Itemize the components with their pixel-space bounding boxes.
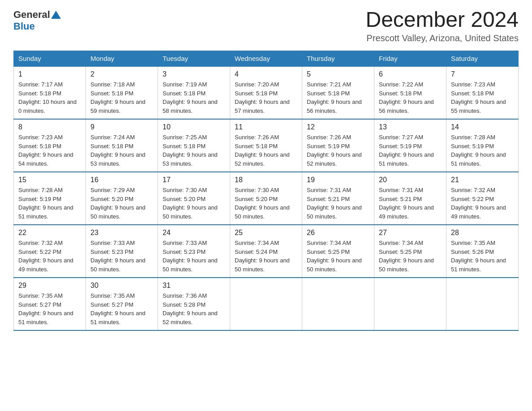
day-info: Sunrise: 7:35 AMSunset: 5:27 PMDaylight:… xyxy=(18,291,81,326)
day-info: Sunrise: 7:33 AMSunset: 5:23 PMDaylight:… xyxy=(90,239,153,274)
day-info: Sunrise: 7:21 AMSunset: 5:18 PMDaylight:… xyxy=(307,80,369,115)
day-info: Sunrise: 7:18 AMSunset: 5:18 PMDaylight:… xyxy=(90,80,153,115)
day-number: 11 xyxy=(235,123,297,131)
calendar-cell: 15Sunrise: 7:28 AMSunset: 5:19 PMDayligh… xyxy=(14,172,86,225)
day-number: 23 xyxy=(90,229,153,237)
calendar-cell: 31Sunrise: 7:36 AMSunset: 5:28 PMDayligh… xyxy=(158,278,230,330)
calendar-week-row: 22Sunrise: 7:32 AMSunset: 5:22 PMDayligh… xyxy=(14,225,519,278)
calendar-cell xyxy=(302,278,374,330)
day-info: Sunrise: 7:26 AMSunset: 5:19 PMDaylight:… xyxy=(307,133,369,168)
calendar-cell: 14Sunrise: 7:28 AMSunset: 5:19 PMDayligh… xyxy=(446,119,519,172)
logo: General Blue xyxy=(13,9,61,32)
day-info: Sunrise: 7:36 AMSunset: 5:28 PMDaylight:… xyxy=(163,291,225,326)
day-info: Sunrise: 7:17 AMSunset: 5:18 PMDaylight:… xyxy=(18,80,81,115)
weekday-header-monday: Monday xyxy=(86,51,158,67)
day-info: Sunrise: 7:35 AMSunset: 5:27 PMDaylight:… xyxy=(90,291,153,326)
calendar-cell: 30Sunrise: 7:35 AMSunset: 5:27 PMDayligh… xyxy=(86,278,158,330)
day-info: Sunrise: 7:34 AMSunset: 5:24 PMDaylight:… xyxy=(235,239,297,274)
calendar-cell xyxy=(230,278,302,330)
logo-blue-text: Blue xyxy=(13,21,35,32)
page-header: General Blue December 2024 Prescott Vall… xyxy=(13,9,519,43)
calendar-cell: 7Sunrise: 7:23 AMSunset: 5:18 PMDaylight… xyxy=(446,66,519,119)
day-info: Sunrise: 7:19 AMSunset: 5:18 PMDaylight:… xyxy=(163,80,225,115)
calendar-cell: 5Sunrise: 7:21 AMSunset: 5:18 PMDaylight… xyxy=(302,66,374,119)
day-number: 18 xyxy=(235,176,297,184)
day-number: 30 xyxy=(90,282,153,290)
calendar-table: SundayMondayTuesdayWednesdayThursdayFrid… xyxy=(13,51,519,331)
weekday-header-sunday: Sunday xyxy=(14,51,86,67)
day-info: Sunrise: 7:23 AMSunset: 5:18 PMDaylight:… xyxy=(18,133,81,168)
day-info: Sunrise: 7:26 AMSunset: 5:18 PMDaylight:… xyxy=(235,133,297,168)
calendar-week-row: 1Sunrise: 7:17 AMSunset: 5:18 PMDaylight… xyxy=(14,66,519,119)
day-info: Sunrise: 7:20 AMSunset: 5:18 PMDaylight:… xyxy=(235,80,297,115)
day-number: 27 xyxy=(379,229,442,237)
calendar-cell xyxy=(446,278,519,330)
calendar-cell: 24Sunrise: 7:33 AMSunset: 5:23 PMDayligh… xyxy=(158,225,230,278)
day-number: 10 xyxy=(163,123,225,131)
calendar-cell: 2Sunrise: 7:18 AMSunset: 5:18 PMDaylight… xyxy=(86,66,158,119)
day-number: 31 xyxy=(163,282,225,290)
calendar-cell: 27Sunrise: 7:34 AMSunset: 5:25 PMDayligh… xyxy=(374,225,446,278)
calendar-cell: 8Sunrise: 7:23 AMSunset: 5:18 PMDaylight… xyxy=(14,119,86,172)
day-info: Sunrise: 7:30 AMSunset: 5:20 PMDaylight:… xyxy=(235,186,297,221)
weekday-header-friday: Friday xyxy=(374,51,446,67)
day-info: Sunrise: 7:32 AMSunset: 5:22 PMDaylight:… xyxy=(451,186,514,221)
day-info: Sunrise: 7:33 AMSunset: 5:23 PMDaylight:… xyxy=(163,239,225,274)
calendar-cell: 10Sunrise: 7:25 AMSunset: 5:18 PMDayligh… xyxy=(158,119,230,172)
day-number: 13 xyxy=(379,123,442,131)
day-info: Sunrise: 7:28 AMSunset: 5:19 PMDaylight:… xyxy=(18,186,81,221)
day-info: Sunrise: 7:35 AMSunset: 5:26 PMDaylight:… xyxy=(451,239,514,274)
weekday-header-thursday: Thursday xyxy=(302,51,374,67)
day-number: 19 xyxy=(307,176,369,184)
calendar-cell xyxy=(374,278,446,330)
calendar-cell: 11Sunrise: 7:26 AMSunset: 5:18 PMDayligh… xyxy=(230,119,302,172)
calendar-cell: 25Sunrise: 7:34 AMSunset: 5:24 PMDayligh… xyxy=(230,225,302,278)
day-number: 2 xyxy=(90,70,153,78)
calendar-cell: 16Sunrise: 7:29 AMSunset: 5:20 PMDayligh… xyxy=(86,172,158,225)
day-info: Sunrise: 7:31 AMSunset: 5:21 PMDaylight:… xyxy=(307,186,369,221)
calendar-cell: 9Sunrise: 7:24 AMSunset: 5:18 PMDaylight… xyxy=(86,119,158,172)
day-number: 24 xyxy=(163,229,225,237)
day-number: 29 xyxy=(18,282,81,290)
calendar-cell: 21Sunrise: 7:32 AMSunset: 5:22 PMDayligh… xyxy=(446,172,519,225)
day-info: Sunrise: 7:32 AMSunset: 5:22 PMDaylight:… xyxy=(18,239,81,274)
calendar-cell: 18Sunrise: 7:30 AMSunset: 5:20 PMDayligh… xyxy=(230,172,302,225)
logo-wordmark: General Blue xyxy=(13,9,61,32)
day-info: Sunrise: 7:23 AMSunset: 5:18 PMDaylight:… xyxy=(451,80,514,115)
day-number: 1 xyxy=(18,70,81,78)
day-number: 7 xyxy=(451,70,514,78)
day-number: 15 xyxy=(18,176,81,184)
calendar-cell: 6Sunrise: 7:22 AMSunset: 5:18 PMDaylight… xyxy=(374,66,446,119)
day-number: 21 xyxy=(451,176,514,184)
calendar-cell: 13Sunrise: 7:27 AMSunset: 5:19 PMDayligh… xyxy=(374,119,446,172)
day-number: 5 xyxy=(307,70,369,78)
day-number: 28 xyxy=(451,229,514,237)
title-section: December 2024 Prescott Valley, Arizona, … xyxy=(365,9,519,43)
logo-triangle-icon xyxy=(51,10,61,20)
day-number: 12 xyxy=(307,123,369,131)
day-info: Sunrise: 7:28 AMSunset: 5:19 PMDaylight:… xyxy=(451,133,514,168)
day-number: 6 xyxy=(379,70,442,78)
day-number: 9 xyxy=(90,123,153,131)
svg-marker-0 xyxy=(51,11,61,19)
calendar-cell: 3Sunrise: 7:19 AMSunset: 5:18 PMDaylight… xyxy=(158,66,230,119)
day-number: 17 xyxy=(163,176,225,184)
calendar-cell: 20Sunrise: 7:31 AMSunset: 5:21 PMDayligh… xyxy=(374,172,446,225)
day-info: Sunrise: 7:34 AMSunset: 5:25 PMDaylight:… xyxy=(379,239,442,274)
day-number: 14 xyxy=(451,123,514,131)
calendar-cell: 4Sunrise: 7:20 AMSunset: 5:18 PMDaylight… xyxy=(230,66,302,119)
day-info: Sunrise: 7:31 AMSunset: 5:21 PMDaylight:… xyxy=(379,186,442,221)
day-info: Sunrise: 7:25 AMSunset: 5:18 PMDaylight:… xyxy=(163,133,225,168)
weekday-header-tuesday: Tuesday xyxy=(158,51,230,67)
calendar-cell: 17Sunrise: 7:30 AMSunset: 5:20 PMDayligh… xyxy=(158,172,230,225)
day-number: 25 xyxy=(235,229,297,237)
day-number: 16 xyxy=(90,176,153,184)
calendar-cell: 12Sunrise: 7:26 AMSunset: 5:19 PMDayligh… xyxy=(302,119,374,172)
calendar-week-row: 15Sunrise: 7:28 AMSunset: 5:19 PMDayligh… xyxy=(14,172,519,225)
calendar-cell: 22Sunrise: 7:32 AMSunset: 5:22 PMDayligh… xyxy=(14,225,86,278)
location-title: Prescott Valley, Arizona, United States xyxy=(365,33,519,43)
calendar-header-row: SundayMondayTuesdayWednesdayThursdayFrid… xyxy=(14,51,519,67)
calendar-cell: 19Sunrise: 7:31 AMSunset: 5:21 PMDayligh… xyxy=(302,172,374,225)
calendar-cell: 28Sunrise: 7:35 AMSunset: 5:26 PMDayligh… xyxy=(446,225,519,278)
day-info: Sunrise: 7:24 AMSunset: 5:18 PMDaylight:… xyxy=(90,133,153,168)
